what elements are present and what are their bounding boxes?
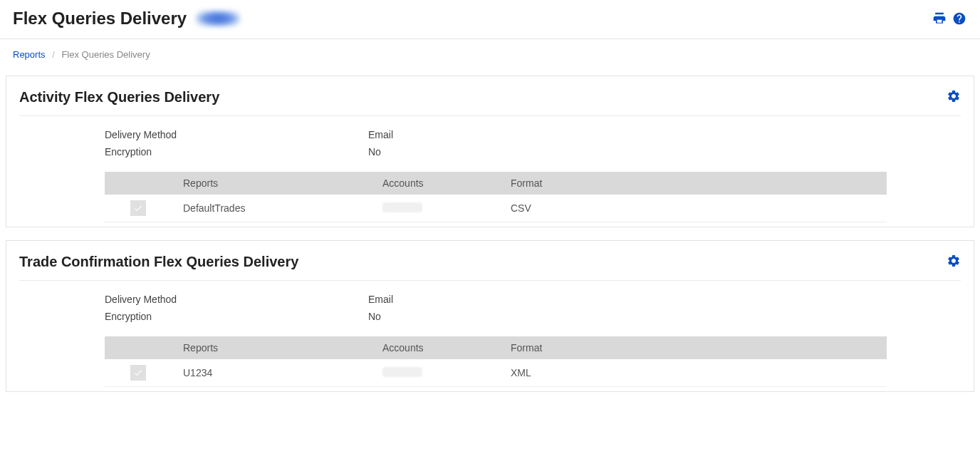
delivery-method-value: Email: [368, 129, 393, 140]
reports-table: Reports Accounts Format U1234 XML: [105, 336, 887, 387]
breadcrumb-separator: /: [52, 49, 55, 60]
panel-title: Activity Flex Queries Delivery: [19, 89, 219, 105]
table-row: DefaultTrades CSV: [105, 195, 887, 222]
table-header-row: Reports Accounts Format: [105, 172, 887, 195]
cell-accounts: [375, 195, 504, 222]
breadcrumb: Reports / Flex Queries Delivery: [0, 39, 980, 66]
breadcrumb-current: Flex Queries Delivery: [61, 49, 150, 60]
cell-reports: U1234: [176, 359, 375, 387]
print-icon[interactable]: [932, 11, 947, 26]
encryption-value: No: [368, 146, 381, 158]
breadcrumb-reports-link[interactable]: Reports: [13, 49, 46, 60]
table-header-row: Reports Accounts Format: [105, 336, 887, 359]
account-badge-redacted: [195, 10, 241, 27]
row-checkbox[interactable]: [130, 365, 146, 381]
account-redacted: [382, 202, 422, 212]
gear-icon[interactable]: [947, 89, 961, 105]
delivery-method-label: Delivery Method: [105, 294, 368, 305]
delivery-method-label: Delivery Method: [105, 129, 368, 140]
col-check: [105, 172, 176, 195]
reports-table: Reports Accounts Format DefaultTrades CS…: [105, 172, 887, 222]
col-format: Format: [504, 336, 887, 359]
delivery-method-value: Email: [368, 294, 393, 305]
gear-icon[interactable]: [947, 254, 961, 270]
col-reports: Reports: [176, 336, 375, 359]
cell-format: XML: [504, 359, 887, 387]
col-format: Format: [504, 172, 887, 195]
cell-format: CSV: [504, 195, 887, 222]
col-reports: Reports: [176, 172, 375, 195]
cell-accounts: [375, 359, 504, 387]
account-redacted: [382, 367, 422, 377]
col-accounts: Accounts: [375, 336, 504, 359]
trade-confirmation-flex-queries-panel: Trade Confirmation Flex Queries Delivery…: [6, 240, 974, 392]
help-icon[interactable]: [952, 11, 967, 26]
row-checkbox[interactable]: [130, 200, 146, 216]
encryption-value: No: [368, 311, 381, 322]
cell-reports: DefaultTrades: [176, 195, 375, 222]
page-title: Flex Queries Delivery: [13, 9, 187, 29]
encryption-label: Encryption: [105, 146, 368, 158]
panel-title: Trade Confirmation Flex Queries Delivery: [19, 254, 298, 270]
table-row: U1234 XML: [105, 359, 887, 387]
col-check: [105, 336, 176, 359]
col-accounts: Accounts: [375, 172, 504, 195]
encryption-label: Encryption: [105, 311, 368, 322]
activity-flex-queries-panel: Activity Flex Queries Delivery Delivery …: [6, 76, 974, 227]
page-header: Flex Queries Delivery: [0, 0, 980, 39]
